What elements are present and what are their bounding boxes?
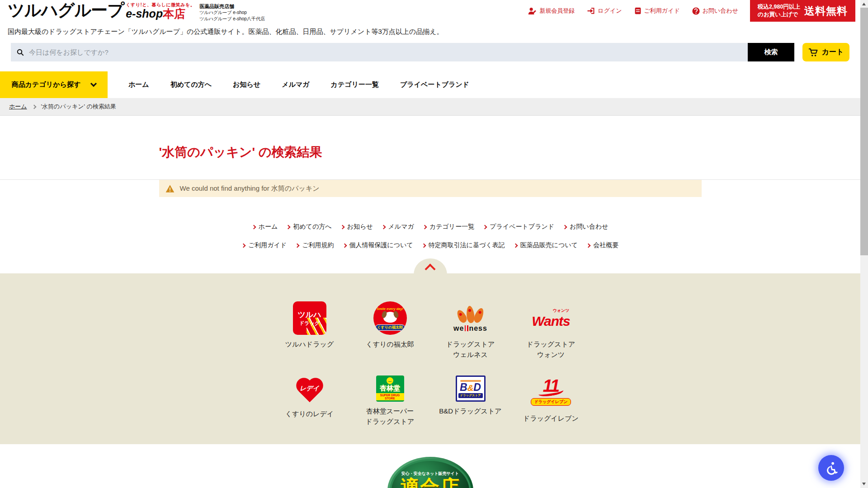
footer-link-first-time[interactable]: 初めての方へ [287,223,331,231]
brand-label: ドラッグストアウェルネス [446,339,495,360]
header-utility-nav: 新規会員登録 ログイン ご利用ガイド お問い合わせ [528,7,738,15]
brand-label: B&Dドラッグストア [439,406,501,416]
dog-mascot [383,312,397,323]
cart-label: カート [822,47,844,57]
brand-bd[interactable]: B&D ドラッグストア B&Dドラッグストア [430,375,511,427]
kyorindo-logo: 杏林堂 SUPER DRUG STORE [376,375,404,402]
no-results-warning: We could not find anything for 水筒のパッキン [159,180,702,197]
brand-wants[interactable]: ウォンツ Wants ドラッグストアウォンツ [511,301,591,360]
guide-link[interactable]: ご利用ガイド [634,7,680,15]
logo-eshop-text: e-shop本店 [126,8,195,19]
register-label: 新規会員登録 [539,7,575,15]
lady-logo: レデイ [295,375,325,404]
footer-link-terms[interactable]: ご利用規約 [296,241,334,249]
shipping-condition: 税込2,980円以上 のお買い上げで [758,3,800,19]
nav-item-first-time[interactable]: 初めての方へ [170,80,212,89]
site-logo[interactable]: ツルハグループ くすり!と、暮らしに微笑みを。 e-shop本店 医薬品販売店舗… [0,0,265,22]
category-menu-button[interactable]: 商品カテゴリから探す [0,71,108,98]
chevron-right-icon [340,225,344,229]
login-label: ログイン [598,7,622,15]
guide-icon [634,7,642,14]
scroll-up-arrow-icon[interactable] [862,3,866,5]
wellness-logo: weness [446,301,495,335]
breadcrumb-chevron-icon [32,104,36,109]
chevron-right-icon [483,225,487,229]
brand-lady[interactable]: レデイ くすりのレデイ [269,375,350,427]
brand-label: ドラッグイレブン [523,413,579,423]
contact-label: お問い合わせ [703,7,738,15]
brand-row-1: ツルハ ドラッグ ツルハドラッグ Smile every day! くすりの福太… [0,273,860,360]
chevron-up-icon [425,263,435,274]
brand-label: 杏林堂スーパードラッグストア [366,406,414,427]
nav-item-mailmag[interactable]: メルマガ [282,80,309,89]
brand-drug-eleven[interactable]: 11 ドラッグイレブン ドラッグイレブン [511,375,591,427]
contact-icon [692,7,700,15]
free-shipping-banner: 税込2,980円以上 のお買い上げで 送料無料 [750,0,855,22]
nav-item-home[interactable]: ホーム [128,80,149,89]
scrollbar-thumb[interactable] [860,8,868,255]
member-register-icon [528,7,537,14]
footer-link-mailmag[interactable]: メルマガ [382,223,414,231]
brand-wellness[interactable]: weness ドラッグストアウェルネス [430,301,511,360]
store-name-1: ツルハグループ e-shop [199,9,265,16]
breadcrumb: ホーム '水筒のパッキン' の検索結果 [0,98,860,116]
brand-row-2: レデイ くすりのレデイ 杏林堂 SUPER DRUG STORE 杏林堂スーパー… [0,360,860,427]
page: ツルハグループ くすり!と、暮らしに微笑みを。 e-shop本店 医薬品販売店舗… [0,0,860,488]
search-box [11,43,748,61]
search-row: 検索 カート [0,43,860,61]
chevron-right-icon [421,243,426,248]
nav-item-news[interactable]: お知らせ [233,80,260,89]
chevron-right-icon [513,243,518,248]
chevron-right-icon [422,225,427,229]
warning-strip: We could not find anything for 水筒のパッキン [0,179,860,197]
scrollbar[interactable] [860,0,868,488]
footer-link-news[interactable]: お知らせ [341,223,373,231]
store-name-2: ツルハグループ e-shop八千代店 [199,16,265,22]
accessibility-button[interactable] [818,455,844,481]
accessibility-wheelchair-icon [825,461,838,475]
footer-link-private-brand[interactable]: プライベートブランド [483,223,554,231]
brand-label: くすりのレデイ [285,408,334,419]
search-input[interactable] [29,48,748,56]
logo-honten: 本店 [163,7,185,20]
heart-shape: レデイ [296,379,323,403]
logo-main-text: ツルハグループ [8,2,124,19]
footer-link-company[interactable]: 会社概要 [587,241,618,249]
warning-text: We could not find anything for 水筒のパッキン [180,184,320,193]
main-nav: 商品カテゴリから探す ホーム 初めての方へ お知らせ メルマガ カテゴリー一覧 … [0,71,860,98]
site-tagline: 国内最大級のドラッグストアチェーン「ツルハグループ」の公式通販サイト。医薬品、化… [8,28,860,36]
breadcrumb-home-link[interactable]: ホーム [9,103,27,111]
guide-label: ご利用ガイド [644,7,680,15]
footer-link-guide[interactable]: ご利用ガイド [242,241,287,249]
brand-label: ツルハドラッグ [285,339,334,349]
brand-fukutaro[interactable]: Smile every day! くすりの福太郎 くすりの福太郎 [350,301,430,360]
warning-icon [165,184,175,193]
brand-tsuruha-drug[interactable]: ツルハ ドラッグ ツルハドラッグ [269,301,350,360]
chevron-right-icon [586,243,591,248]
brand-label: ドラッグストアウォンツ [527,339,575,360]
chevron-right-icon [563,225,567,229]
footer-link-home[interactable]: ホーム [252,223,278,231]
chevron-down-icon [90,80,97,87]
scroll-down-arrow-icon[interactable] [862,483,866,485]
login-icon [587,7,595,14]
brand-footer: ツルハ ドラッグ ツルハドラッグ Smile every day! くすりの福太… [0,273,860,444]
brand-kyorindo[interactable]: 杏林堂 SUPER DRUG STORE 杏林堂スーパードラッグストア [350,375,430,427]
nav-item-private-brand[interactable]: プライベートブランド [400,80,469,89]
footer-link-privacy[interactable]: 個人情報保護について [343,241,413,249]
login-link[interactable]: ログイン [587,7,622,15]
footer-link-commerce-law[interactable]: 特定商取引法に基づく表記 [422,241,505,249]
search-button[interactable]: 検索 [748,43,794,61]
back-to-top-button[interactable] [414,258,447,275]
footer-link-contact[interactable]: お問い合わせ [563,223,608,231]
chevron-right-icon [381,225,386,229]
register-link[interactable]: 新規会員登録 [528,7,575,15]
footer-links-row2: ご利用ガイド ご利用規約 個人情報保護について 特定商取引法に基づく表記 医薬品… [0,241,860,249]
cart-button[interactable]: カート [802,43,849,61]
contact-link[interactable]: お問い合わせ [692,7,738,15]
brand-label: くすりの福太郎 [366,339,414,349]
tsuruha-drug-logo: ツルハ ドラッグ [293,301,326,335]
nav-item-categories[interactable]: カテゴリー一覧 [331,80,379,89]
footer-link-categories[interactable]: カテゴリー一覧 [423,223,474,231]
footer-link-drug-sales[interactable]: 医薬品販売について [514,241,578,249]
